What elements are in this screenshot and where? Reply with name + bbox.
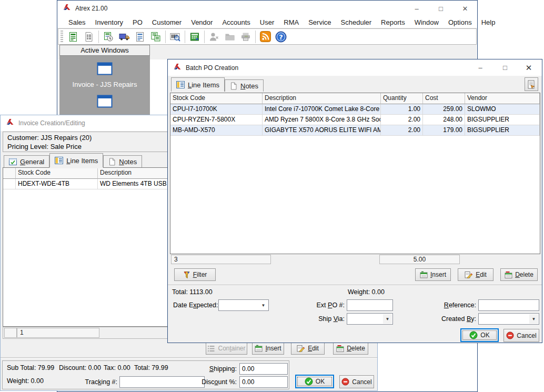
printer-icon[interactable] (238, 29, 254, 44)
minimize-icon[interactable]: – (405, 1, 429, 16)
toolbar: ? (58, 28, 477, 45)
close-icon[interactable]: ✕ (517, 59, 541, 76)
menu-customer[interactable]: Customer (147, 17, 186, 28)
toolbar-separator (185, 31, 185, 43)
folder-icon[interactable] (222, 29, 238, 44)
tab-notes[interactable]: Notes (225, 79, 264, 92)
chevron-down-icon[interactable]: ▼ (259, 300, 268, 310)
cell-quantity: 1.00 (381, 104, 423, 115)
user-icon[interactable] (206, 29, 222, 44)
menu-vendor[interactable]: Vendor (186, 17, 217, 28)
container-button[interactable]: Container (206, 342, 247, 355)
menu-accounts[interactable]: Accounts (217, 17, 255, 28)
schedule-icon[interactable] (100, 29, 116, 44)
header-vendor[interactable]: Vendor (465, 93, 540, 104)
delete-button[interactable]: Delete (333, 342, 368, 355)
header-description[interactable]: Description (263, 93, 381, 104)
header-stock-code[interactable]: Stock Code (16, 168, 98, 179)
container-icon (207, 345, 215, 352)
page-icon (230, 82, 237, 90)
grid-header-row: Stock Code Description Quantity Cost Ven… (170, 93, 540, 104)
price-list-icon[interactable] (81, 29, 97, 44)
atrex-logo-icon (173, 63, 182, 73)
delete-button[interactable]: Delete (500, 268, 538, 281)
menu-bar: Sales Inventory PO Customer Vendor Accou… (57, 16, 477, 28)
minimize-icon[interactable]: – (468, 59, 492, 76)
tab-general[interactable]: General (4, 155, 49, 167)
tab-notes[interactable]: Notes (103, 155, 142, 167)
menu-scheduler[interactable]: Scheduler (336, 17, 377, 28)
toolbar-grip[interactable] (61, 31, 63, 43)
menu-service[interactable]: Service (304, 17, 336, 28)
tab-label: Notes (119, 158, 137, 166)
close-icon[interactable]: ✕ (453, 1, 477, 16)
invoice-icon[interactable] (65, 29, 81, 44)
filter-button[interactable]: Filter (174, 268, 216, 281)
header-quantity[interactable]: Quantity (381, 93, 423, 104)
chevron-down-icon[interactable]: ▼ (383, 314, 392, 324)
active-windows-header[interactable]: Active Windows (59, 45, 150, 56)
date-expected-combo[interactable]: ▼ (218, 299, 269, 311)
header-cost[interactable]: Cost (423, 93, 465, 104)
discount-text: Discount: 0.00 (59, 364, 101, 371)
menu-sales[interactable]: Sales (64, 17, 90, 28)
page-icon (108, 158, 116, 166)
menu-help[interactable]: Help (477, 17, 500, 28)
cancel-button[interactable]: Cancel (503, 329, 539, 342)
batch-total-text: Total: 1113.00 (172, 288, 213, 296)
insert-button[interactable]: Insert (252, 342, 284, 355)
menu-options[interactable]: Options (444, 17, 477, 28)
table-row[interactable]: MB-AMD-X570 GIGABYTE X570 AORUS ELITE WI… (170, 125, 540, 136)
menu-user[interactable]: User (255, 17, 279, 28)
toolbar-separator (255, 31, 256, 43)
copy-documents-icon[interactable] (148, 29, 164, 44)
batch-titlebar[interactable]: Batch PO Creation – □ ✕ (168, 59, 542, 76)
date-expected-label: Date Expected: (173, 301, 218, 309)
barcode-search-icon[interactable] (167, 29, 183, 44)
invoice-summary-panel: Sub Total: 79.99 Discount: 0.00 Tax: 0.0… (2, 360, 289, 389)
header-stock-code[interactable]: Stock Code (170, 93, 263, 104)
rss-icon[interactable] (257, 29, 273, 44)
main-titlebar[interactable]: Atrex 21.00 – □ ✕ (57, 1, 477, 16)
menu-window[interactable]: Window (410, 17, 444, 28)
header-indicator[interactable] (3, 168, 16, 179)
shipping-input[interactable] (239, 363, 288, 375)
tab-label: Line Items (188, 81, 219, 89)
button-label: Delete (347, 345, 365, 352)
chevron-down-icon[interactable]: ▼ (529, 314, 538, 324)
help-icon[interactable]: ? (273, 29, 289, 44)
shipping-truck-icon[interactable] (116, 29, 132, 44)
table-row[interactable]: CPU-I7-10700K Intel Core i7-10700K Comet… (170, 104, 540, 115)
ok-button[interactable]: OK (460, 328, 499, 342)
tab-line-items[interactable]: Line Items (49, 153, 103, 167)
filter-funnel-icon (183, 271, 190, 279)
grid-customize-button[interactable] (525, 77, 538, 91)
menu-po[interactable]: PO (128, 17, 147, 28)
menu-inventory[interactable]: Inventory (90, 17, 128, 28)
reference-input[interactable] (478, 299, 539, 311)
active-window-item-invoice[interactable]: Invoice - JJS Repairs (73, 62, 137, 88)
maximize-icon[interactable]: □ (493, 59, 517, 76)
tab-line-items[interactable]: Line Items (171, 77, 225, 92)
batch-po-window: Batch PO Creation – □ ✕ Line Items Notes… (167, 59, 542, 343)
edit-button[interactable]: Edit (458, 268, 493, 281)
menu-reports[interactable]: Reports (376, 17, 410, 28)
edit-button[interactable]: Edit (291, 342, 325, 355)
delete-icon (336, 345, 344, 352)
ext-po-input[interactable] (347, 299, 393, 311)
calendar-icon[interactable] (187, 29, 203, 44)
document-icon[interactable] (132, 29, 148, 44)
ok-button[interactable]: OK (295, 375, 334, 388)
menu-rma[interactable]: RMA (279, 17, 304, 28)
insert-button[interactable]: Insert (415, 268, 451, 281)
maximize-icon[interactable]: □ (429, 1, 453, 16)
discount-pct-input[interactable] (239, 376, 288, 388)
created-by-combo[interactable]: ▼ (478, 313, 539, 325)
button-label: Insert (265, 345, 281, 352)
svg-text:?: ? (279, 33, 283, 41)
button-label: Delete (515, 271, 533, 278)
status-row-count: 1 (17, 328, 99, 338)
cancel-button[interactable]: Cancel (339, 375, 374, 388)
table-row[interactable]: CPU-RYZEN-7-5800X AMD Ryzen 7 5800X 8-Co… (170, 115, 540, 125)
ship-via-combo[interactable]: ▼ (347, 313, 393, 325)
